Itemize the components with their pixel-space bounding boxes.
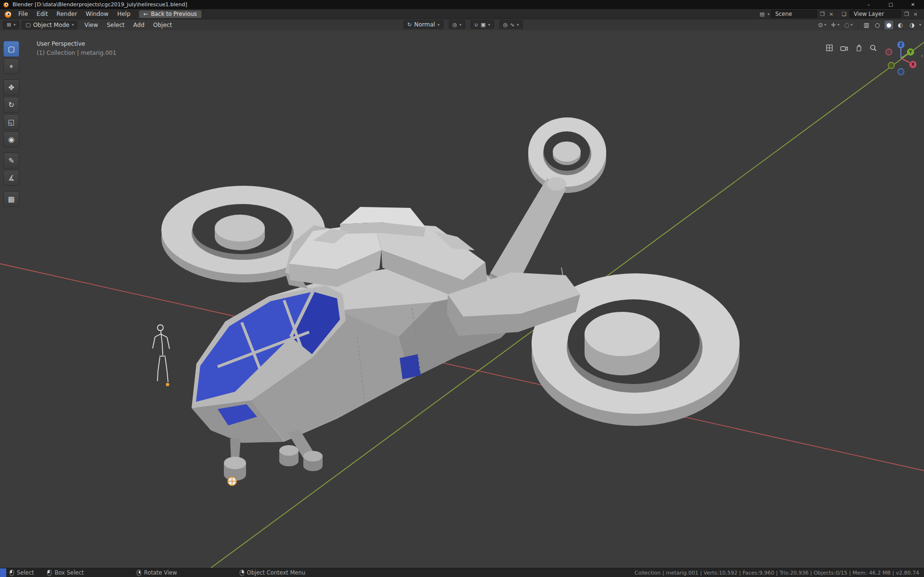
blender-logo[interactable] xyxy=(4,10,12,18)
header-separator xyxy=(858,22,859,28)
viewport-3d[interactable]: User Perspective (1) Collection | metari… xyxy=(0,30,924,568)
middle-mouse-icon xyxy=(137,570,141,576)
snap-magnet-icon: ∪ xyxy=(474,22,478,28)
tool-group-gap xyxy=(3,149,19,151)
sidebar-toggle-arrow[interactable]: ‹ xyxy=(921,52,923,59)
menu-select[interactable]: Select xyxy=(103,19,129,30)
tool-cursor[interactable]: ⌖ xyxy=(3,58,19,74)
xray-icon: ▥ xyxy=(864,22,869,28)
scene-name-field[interactable]: Scene xyxy=(771,10,817,18)
object-mode-icon: ▢ xyxy=(26,22,30,28)
gear-ball-widget xyxy=(228,477,236,486)
tool-shelf: ▢ ⌖ ✥ ↻ ◱ ◉ ✎ ∡ ▦ xyxy=(3,41,19,207)
visibility-filter-button[interactable]: ⊙ ▾ xyxy=(817,22,827,28)
viewport-perspective-label: User Perspective xyxy=(37,40,85,47)
tool-group-gap xyxy=(3,187,19,190)
orthographic-toggle-icon[interactable] xyxy=(826,44,833,51)
hint-context-menu: Object Context Menu xyxy=(240,569,305,576)
zoom-icon[interactable] xyxy=(870,44,877,51)
shading-rendered-button[interactable]: ◑ xyxy=(908,21,916,29)
back-arrow-icon: ← xyxy=(143,11,148,17)
tool-add-cube[interactable]: ▦ xyxy=(3,191,19,207)
side-window xyxy=(400,354,421,379)
snap-target-icon: ▣ xyxy=(481,22,485,28)
tool-transform[interactable]: ◉ xyxy=(3,131,19,147)
xray-toggle-button[interactable]: ▥ xyxy=(863,22,870,28)
viewport-collection-label: (1) Collection | metarig.001 xyxy=(37,50,117,56)
new-view-layer-icon[interactable]: ❐ xyxy=(903,12,911,17)
pivot-icon: ◎ xyxy=(453,22,457,28)
gizmos-toggle-button[interactable]: ✛ ▾ xyxy=(830,22,840,28)
new-scene-icon[interactable]: ❐ xyxy=(819,12,826,17)
transform-orientation-dropdown[interactable]: ↻ Normal ▾ xyxy=(403,20,443,29)
gizmo-neg-z-ball xyxy=(898,69,904,75)
menu-window[interactable]: Window xyxy=(81,9,113,19)
minimize-button[interactable]: – xyxy=(858,0,880,9)
menu-render[interactable]: Render xyxy=(52,9,81,19)
camera-view-icon[interactable] xyxy=(840,45,848,51)
unlink-scene-icon[interactable]: × xyxy=(828,12,835,17)
gizmos-icon: ✛ xyxy=(831,22,836,28)
shading-popover-chevron[interactable]: ▾ xyxy=(919,23,921,27)
window-title: Blender [D:\data\Blenderprojects\cgc2019… xyxy=(13,1,187,8)
shading-solid-button[interactable]: ● xyxy=(885,21,893,29)
blender-app-icon xyxy=(3,1,9,8)
visibility-icon: ⊙ xyxy=(818,22,823,28)
gizmo-neg-y-ball xyxy=(888,63,895,69)
navigation-gizmo[interactable]: Z Y X xyxy=(881,38,921,80)
scene-canvas[interactable] xyxy=(0,30,924,568)
blender-window: Blender [D:\data\Blenderprojects\cgc2019… xyxy=(0,0,924,577)
viewport-nav-controls xyxy=(826,44,877,51)
scene-icon: ▤ xyxy=(758,12,766,17)
falloff-icon: ∿ xyxy=(510,22,514,28)
menu-object[interactable]: Object xyxy=(149,19,176,30)
remove-view-layer-icon[interactable]: × xyxy=(912,12,919,17)
pivot-point-dropdown[interactable]: ◎ ▾ xyxy=(449,20,466,29)
maximize-button[interactable]: □ xyxy=(880,0,902,9)
statusbar-stats: Collection | metarig.001 | Verts:10,592 … xyxy=(635,570,919,576)
svg-text:Y: Y xyxy=(909,50,912,54)
tool-annotate[interactable]: ✎ xyxy=(3,153,19,168)
editor-type-dropdown[interactable]: ⊞ ▾ xyxy=(3,21,19,29)
editor-type-icon: ⊞ xyxy=(7,22,11,28)
pan-hand-icon[interactable] xyxy=(855,44,862,51)
viewport-header: ⊞ ▾ ▢ Object Mode ▾ View Select Add Obje… xyxy=(0,19,924,30)
statusbar: Select Box Select Rotate View Object Con… xyxy=(0,568,924,577)
tool-scale[interactable]: ◱ xyxy=(3,114,19,130)
overlays-toggle-button[interactable]: ◌ ▾ xyxy=(843,22,854,28)
tool-rotate[interactable]: ↻ xyxy=(3,97,19,113)
statusbar-corner-accent xyxy=(0,568,6,577)
shading-material-button[interactable]: ◐ xyxy=(896,21,905,29)
view-layer-field[interactable]: View Layer xyxy=(849,10,901,18)
metarig-armature[interactable] xyxy=(153,325,169,386)
tool-measure[interactable]: ∡ xyxy=(3,170,19,186)
menu-view[interactable]: View xyxy=(80,19,102,30)
hint-select: Select xyxy=(10,569,34,576)
titlebar: Blender [D:\data\Blenderprojects\cgc2019… xyxy=(0,0,924,9)
scene-browse-chevron[interactable]: ▾ xyxy=(768,12,769,16)
svg-text:Z: Z xyxy=(899,42,903,47)
hint-box-select: Box Select xyxy=(47,569,84,576)
menu-file[interactable]: File xyxy=(14,9,32,19)
menu-add[interactable]: Add xyxy=(129,19,149,30)
tail-rotor xyxy=(528,117,606,193)
shading-wireframe-button[interactable]: ○ xyxy=(873,21,882,29)
left-mouse-icon xyxy=(10,570,14,576)
menu-help[interactable]: Help xyxy=(113,9,134,19)
tool-move[interactable]: ✥ xyxy=(3,79,19,95)
topbar: File Edit Render Window Help ← Back to P… xyxy=(0,9,924,19)
orientation-icon: ↻ xyxy=(407,22,412,28)
back-to-previous-button[interactable]: ← Back to Previous xyxy=(139,10,202,18)
mode-dropdown[interactable]: ▢ Object Mode ▾ xyxy=(22,21,78,29)
view-layer-icon: ❏ xyxy=(840,12,848,17)
close-button[interactable]: ✕ xyxy=(902,0,924,9)
snap-dropdown[interactable]: ∪ ▣ ▾ xyxy=(470,20,494,29)
proportional-editing-dropdown[interactable]: ◎ ∿ ▾ xyxy=(499,20,523,29)
menu-edit[interactable]: Edit xyxy=(32,9,52,19)
helicopter-model[interactable] xyxy=(161,117,740,486)
proportional-icon: ◎ xyxy=(503,22,508,28)
tool-group-gap xyxy=(3,76,19,78)
tool-select-box[interactable]: ▢ xyxy=(3,41,19,57)
right-mouse-icon xyxy=(240,570,244,576)
gizmo-neg-x-ball xyxy=(886,49,892,55)
